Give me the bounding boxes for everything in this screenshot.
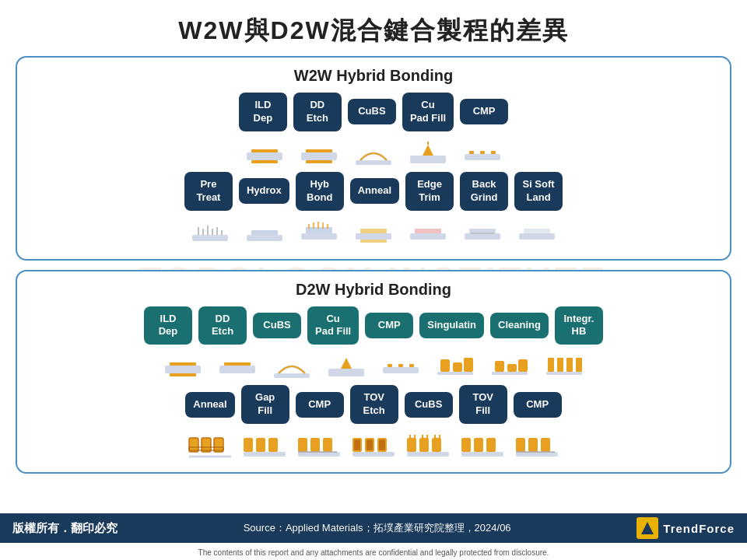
d2w-gap-fill: GapFill	[241, 385, 289, 424]
svg-rect-57	[507, 364, 517, 372]
d2w-tov-fill: TOVFill	[459, 385, 507, 424]
svg-rect-36	[469, 229, 496, 233]
svg-rect-1	[251, 149, 278, 152]
svg-rect-54	[464, 358, 473, 372]
svg-rect-41	[170, 362, 196, 366]
svg-rect-59	[492, 372, 528, 375]
svg-rect-76	[323, 438, 332, 452]
d2w-icon-4	[322, 349, 370, 382]
svg-rect-82	[352, 452, 395, 457]
d2w-integr-hb: Integr.HB	[555, 306, 603, 345]
svg-rect-22	[251, 230, 278, 235]
svg-rect-5	[306, 160, 332, 163]
d2w-icon-1	[159, 349, 207, 382]
svg-rect-60	[548, 358, 554, 372]
svg-rect-12	[480, 151, 485, 154]
svg-rect-84	[366, 439, 373, 450]
d2w-r2-icon-1	[186, 429, 234, 461]
svg-rect-88	[432, 438, 441, 452]
svg-rect-13	[491, 151, 496, 154]
d2w-r2-icon-6	[458, 429, 507, 461]
svg-rect-102	[541, 438, 550, 452]
d2w-anneal: Anneal	[185, 392, 234, 418]
w2w-row1: ILDDep DDEtch CuBS CuPad Fill CMP	[30, 93, 717, 131]
d2w-icon-5	[377, 349, 425, 382]
svg-rect-50	[398, 364, 403, 367]
trendforce-logo-icon	[637, 517, 658, 539]
svg-rect-99	[461, 452, 503, 457]
w2w-edge-trim: EdgeTrim	[405, 172, 454, 211]
d2w-title: D2W Hybrid Bonding	[30, 281, 717, 299]
svg-rect-55	[437, 372, 473, 375]
svg-rect-6	[356, 160, 391, 165]
d2w-icon-8	[540, 349, 588, 382]
d2w-cmp: CMP	[365, 313, 413, 338]
svg-rect-14	[192, 235, 228, 241]
w2w-icon-3	[349, 136, 398, 169]
d2w-r2-icon-3	[295, 429, 343, 461]
svg-rect-71	[256, 438, 265, 452]
svg-rect-96	[461, 438, 471, 452]
w2w-r2-icon-6	[458, 215, 507, 248]
svg-rect-63	[576, 358, 582, 372]
svg-rect-30	[356, 233, 391, 240]
svg-marker-47	[341, 358, 352, 369]
svg-rect-62	[566, 358, 573, 372]
d2w-cmp2: CMP	[296, 392, 344, 418]
svg-rect-58	[518, 359, 528, 372]
d2w-tov-etch: TOVEtch	[350, 385, 398, 424]
d2w-r2-icon-2	[240, 429, 289, 461]
footer-left-text: 版權所有．翻印必究	[12, 521, 117, 536]
d2w-ild-dep: ILDDep	[144, 306, 192, 345]
footer-logo-text: TrendForce	[663, 522, 735, 535]
svg-rect-40	[165, 366, 201, 373]
w2w-icon-5	[458, 136, 507, 169]
w2w-back-grind: BackGrind	[460, 172, 508, 211]
w2w-r2-icon-4	[349, 215, 398, 248]
svg-rect-67	[214, 438, 223, 452]
d2w-cubs: CuBS	[253, 313, 301, 338]
svg-rect-11	[469, 151, 474, 154]
svg-rect-100	[516, 438, 525, 452]
d2w-row2: Anneal GapFill CMP TOVEtch CuBS TOVFill …	[30, 385, 717, 424]
svg-rect-34	[415, 229, 441, 233]
svg-rect-45	[274, 373, 310, 378]
svg-rect-103	[516, 452, 558, 457]
d2w-section: D2W Hybrid Bonding ILDDep DDEtch CuBS Cu…	[16, 270, 731, 474]
svg-rect-66	[202, 438, 211, 452]
svg-rect-10	[465, 154, 500, 160]
svg-rect-61	[557, 358, 563, 372]
d2w-cubs2: CuBS	[405, 392, 453, 418]
d2w-cmp3: CMP	[514, 392, 562, 418]
svg-rect-51	[409, 364, 414, 367]
w2w-cubs: CuBS	[348, 99, 396, 124]
svg-rect-49	[388, 364, 392, 367]
svg-marker-8	[423, 145, 433, 156]
svg-rect-52	[440, 359, 450, 372]
svg-rect-43	[219, 366, 255, 373]
d2w-row2-icons	[30, 429, 717, 461]
d2w-r2-icon-4	[349, 429, 398, 461]
svg-rect-56	[495, 361, 504, 372]
svg-rect-23	[301, 233, 337, 240]
svg-rect-74	[298, 438, 307, 452]
svg-rect-87	[419, 438, 429, 452]
svg-rect-32	[360, 240, 387, 243]
w2w-title: W2W Hybrid Bonding	[30, 67, 717, 85]
w2w-hydrox: Hydrox	[239, 178, 289, 204]
d2w-icon-2	[213, 349, 261, 382]
w2w-dd-etch: DDEtch	[293, 93, 342, 131]
w2w-r2-icon-5	[404, 215, 452, 248]
svg-rect-73	[244, 452, 286, 457]
w2w-si-soft-land: Si SoftLand	[514, 172, 563, 211]
svg-rect-3	[301, 152, 337, 160]
svg-rect-33	[410, 233, 446, 240]
svg-rect-83	[354, 439, 360, 450]
d2w-singulatin: Singulatin	[419, 313, 484, 338]
w2w-r2-icon-1	[186, 215, 234, 248]
svg-rect-38	[519, 233, 555, 240]
w2w-r2-icon-7	[513, 215, 561, 248]
svg-marker-105	[641, 522, 654, 534]
svg-rect-98	[486, 438, 496, 452]
svg-rect-85	[379, 439, 385, 450]
